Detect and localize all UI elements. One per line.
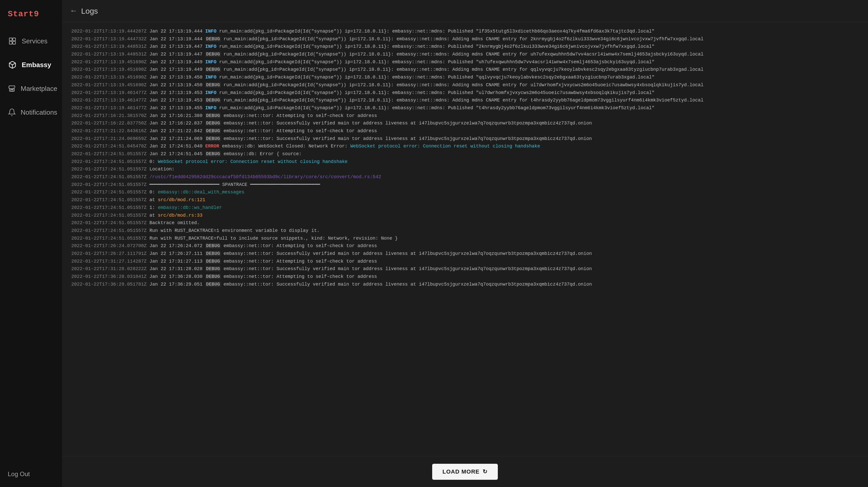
log-line: 2022-01-22T17:24:51.051557Z Backtrace om… [71,219,859,227]
sidebar: Start9 Services [0,0,62,487]
log-line: 2022-01-22T17:24:51.051557Z Jan 22 17:24… [71,150,859,158]
sidebar-item-embassy[interactable]: Embassy [0,53,62,77]
log-line: 2022-01-22T17:26:27.111791Z Jan 22 17:26… [71,250,859,258]
log-line: 2022-01-22T17:24:51.051557Z 0: embassy::… [71,189,859,196]
log-line: 2022-01-22T17:13:19.448531Z Jan 22 17:13… [71,51,859,58]
log-line: 2022-01-22T17:36:28.031041Z Jan 22 17:36… [71,273,859,281]
log-line: 2022-01-22T17:24:51.051557Z 0: WebSocket… [71,158,859,166]
grid-icon [8,36,17,46]
sidebar-item-label: Marketplace [21,85,57,93]
logout-button[interactable]: Log Out [0,461,62,487]
log-output[interactable]: 2022-01-22T17:13:19.444287Z Jan 22 17:13… [62,23,868,456]
log-line: 2022-01-22T17:13:19.451690Z Jan 22 17:13… [71,74,859,82]
log-line: 2022-01-22T17:24:51.051557Z 1: embassy::… [71,204,859,212]
log-line: 2022-01-22T17:13:19.444287Z Jan 22 17:13… [71,28,859,35]
log-line: 2022-01-22T17:21:22.843616Z Jan 22 17:21… [71,127,859,135]
store-icon [8,84,16,93]
svg-rect-5 [11,90,13,91]
svg-rect-3 [13,41,16,44]
log-line: 2022-01-22T17:26:24.072700Z Jan 22 17:26… [71,242,859,250]
log-line: 2022-01-22T17:24:51.051557Z Run with RUS… [71,235,859,242]
page-footer: LOAD MORE ↻ [62,456,868,487]
log-line: 2022-01-22T17:13:19.451690Z Jan 22 17:13… [71,82,859,89]
log-line: 2022-01-22T17:13:19.461477Z Jan 22 17:13… [71,89,859,97]
logo-accent: 9 [34,9,39,19]
sidebar-item-label: Embassy [22,61,51,69]
log-line: 2022-01-22T17:31:28.028222Z Jan 22 17:31… [71,265,859,273]
log-line: 2022-01-22T17:16:22.837750Z Jan 22 17:16… [71,120,859,127]
main-content: ← Logs 2022-01-22T17:13:19.444287Z Jan 2… [62,0,868,487]
log-line: 2022-01-22T17:13:19.451690Z Jan 22 17:13… [71,66,859,74]
log-line: 2022-01-22T17:31:27.114287Z Jan 22 17:31… [71,258,859,265]
page-title: Logs [81,7,98,15]
back-button[interactable]: ← [71,7,76,15]
log-line: 2022-01-22T17:24:51.051557Z Location: [71,165,859,173]
log-line: 2022-01-22T17:13:19.444732Z Jan 22 17:13… [71,35,859,43]
sidebar-item-notifications[interactable]: Notifications [0,100,62,124]
log-line: 2022-01-22T17:13:19.448531Z Jan 22 17:13… [71,43,859,51]
log-line: 2022-01-22T17:13:19.461477Z Jan 22 17:13… [71,104,859,112]
bell-icon [8,108,16,117]
log-line: 2022-01-22T17:21:24.069659Z Jan 22 17:21… [71,135,859,143]
svg-rect-2 [9,41,12,44]
log-line: 2022-01-22T17:24:51.045470Z Jan 22 17:24… [71,142,859,150]
log-line: 2022-01-22T17:24:51.051557Z /rustc/f1edd… [71,173,859,181]
log-line: 2022-01-22T17:24:51.051557Z at src/db/mo… [71,212,859,220]
page-header: ← Logs [62,0,868,23]
log-line: 2022-01-22T17:13:19.461477Z Jan 22 17:13… [71,97,859,104]
refresh-icon: ↻ [483,468,488,475]
log-line: 2022-01-22T17:36:29.051781Z Jan 22 17:36… [71,281,859,288]
log-line: 2022-01-22T17:16:21.381570Z Jan 22 17:16… [71,112,859,120]
log-line: 2022-01-22T17:24:51.051557Z Run with RUS… [71,227,859,235]
svg-rect-1 [13,38,16,41]
svg-rect-0 [9,38,12,41]
log-line: 2022-01-22T17:13:19.451690Z Jan 22 17:13… [71,58,859,66]
load-more-button[interactable]: LOAD MORE ↻ [432,464,498,480]
log-line: 2022-01-22T17:24:51.051557Z ━━━━━━━━━━━━… [71,181,859,189]
sidebar-nav: Services Embassy [0,29,62,461]
log-line: 2022-01-22T17:24:51.051557Z at src/db/mo… [71,196,859,204]
cube-icon [8,60,17,69]
sidebar-item-label: Notifications [21,108,57,117]
app-logo: Start9 [0,0,62,29]
sidebar-item-label: Services [22,37,48,45]
sidebar-item-services[interactable]: Services [0,29,62,53]
sidebar-item-marketplace[interactable]: Marketplace [0,77,62,100]
logo-text: Start [8,9,34,19]
load-more-label: LOAD MORE [442,468,479,475]
